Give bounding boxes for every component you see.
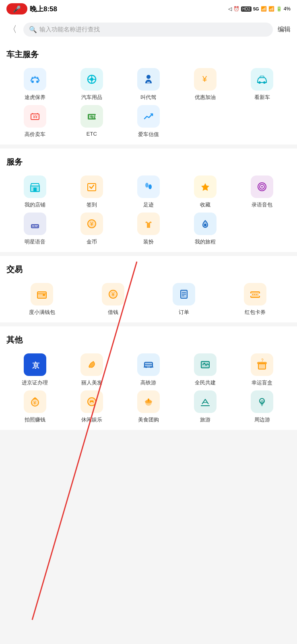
footprint-icon [137,175,160,198]
item-photo-earn[interactable]: ¥ 拍照赚钱 [6,390,63,423]
section-trade-title: 交易 [6,264,291,275]
star-voice-icon [24,213,46,235]
svg-rect-6 [147,82,150,83]
svg-rect-27 [34,225,35,227]
search-input-wrap[interactable]: 🔍 输入功能名称进行查找 [23,23,273,37]
svg-text:ETC: ETC [89,114,98,119]
travel-label: 旅游 [200,416,210,423]
trade-grid: 度小满钱包 ¥ 借钱 订单 红包卡券 [6,283,291,316]
car-value-icon [137,105,160,128]
item-sell-car[interactable]: ¥¥ 高价卖车 [6,105,63,138]
status-left: 🎤 晚上8:58 [6,3,57,14]
jingzheng-icon: 京 [24,353,46,376]
community-label: 全民共建 [195,379,216,386]
item-nearby-travel[interactable]: 周边游 [234,390,291,423]
svg-point-0 [31,80,34,83]
coins-label: 金币 [87,238,97,246]
item-coupon[interactable]: 红包卡券 [220,283,291,316]
item-new-car[interactable]: 看新车 [234,68,291,101]
section-service: 服务 我的店铺 签到 足迹 收藏 [0,149,297,252]
alarm-icon: ⏰ [233,6,239,12]
voice-pack-icon [251,175,273,198]
item-food[interactable]: 美食团购 [120,390,177,423]
signal-4g: 📶 [261,6,267,12]
item-voice-pack[interactable]: 录语音包 [234,175,291,208]
sell-car-label: 高价卖车 [25,131,45,138]
train-label: 高铁游 [140,379,156,386]
order-icon [173,283,195,305]
section-other-title: 其他 [6,334,291,345]
car-goods-label: 汽车用品 [81,94,102,101]
item-favorite[interactable]: 收藏 [177,175,234,208]
wallet-label: 度小满钱包 [29,309,55,316]
svg-rect-2 [34,76,36,78]
food-label: 美食团购 [138,416,159,423]
item-footprint[interactable]: 足迹 [120,175,177,208]
service-grid: 我的店铺 签到 足迹 收藏 录语音包 [6,175,291,246]
svg-point-4 [90,78,93,81]
favorite-label: 收藏 [200,201,210,208]
item-coins[interactable]: ¥ 金币 [63,213,120,246]
tuhu-icon [24,68,46,91]
leisure-label: 休闲娱乐 [81,416,102,423]
item-outfit[interactable]: 装扮 [120,213,177,246]
wallet-icon [31,283,53,305]
svg-point-47 [250,293,252,296]
search-icon: 🔍 [29,26,37,33]
item-train[interactable]: 高铁游 [120,353,177,386]
etc-icon: ETC [80,105,103,128]
edit-button[interactable]: 编辑 [278,25,291,34]
my-shop-label: 我的店铺 [25,201,45,208]
item-borrow[interactable]: ¥ 借钱 [78,283,149,316]
item-beauty[interactable]: 丽人美发 [63,353,120,386]
item-signin[interactable]: 签到 [63,175,120,208]
item-wallet[interactable]: 度小满钱包 [6,283,78,316]
food-icon [137,390,160,413]
mic-icon: 🎤 [13,5,21,13]
svg-marker-20 [201,183,209,191]
favorite-icon [194,175,217,198]
car-goods-icon [80,68,103,91]
item-community[interactable]: 全民共建 [177,353,234,386]
item-journey[interactable]: 我的旅程 [177,213,234,246]
item-driver[interactable]: 叫代驾 [120,68,177,101]
item-my-shop[interactable]: 我的店铺 [6,175,63,208]
svg-point-19 [148,184,152,189]
signin-icon [80,175,103,198]
svg-text:京: 京 [32,361,40,369]
svg-rect-58 [258,363,266,369]
coupon-icon [244,283,266,305]
section-other: 其他 京 进京证办理 丽人美发 高铁游 全民共建 [0,326,297,430]
nearby-travel-label: 周边游 [254,416,270,423]
signin-label: 签到 [87,201,97,208]
battery-icon: 🔋 [276,6,282,12]
status-bar: 🎤 晚上8:58 ◁ ⏰ HD2 5G 📶 📶 🔋 4% [0,0,297,18]
train-icon [137,353,160,376]
item-fuel[interactable]: ¥ 优惠加油 [177,68,234,101]
back-button[interactable]: 〈 [6,22,19,37]
item-star-voice[interactable]: 明星语音 [6,213,63,246]
mic-button[interactable]: 🎤 [6,3,27,14]
5g-badge: 5G [253,6,259,11]
svg-point-48 [258,293,261,296]
item-blind-box[interactable]: ? 幸运盲盒 [234,353,291,386]
svg-point-8 [258,81,261,84]
svg-point-5 [146,75,151,79]
new-car-icon [251,68,273,91]
item-tuhu[interactable]: 途虎保养 [6,68,63,101]
outfit-icon [137,213,160,235]
item-travel[interactable]: 旅游 [177,390,234,423]
item-order[interactable]: 订单 [148,283,220,316]
beauty-icon [80,353,103,376]
driver-icon [137,68,160,91]
hd2-badge: HD2 [241,6,252,12]
svg-point-23 [261,186,263,188]
item-etc[interactable]: ETC ETC [63,105,120,138]
item-jingzheng[interactable]: 京 进京证办理 [6,353,63,386]
photo-earn-icon: ¥ [24,390,46,413]
item-leisure[interactable]: 休闲娱乐 [63,390,120,423]
photo-earn-label: 拍照赚钱 [25,416,45,423]
item-car-goods[interactable]: 汽车用品 [63,68,120,101]
borrow-label: 借钱 [108,309,118,316]
item-car-value[interactable]: 爱车估值 [120,105,177,138]
